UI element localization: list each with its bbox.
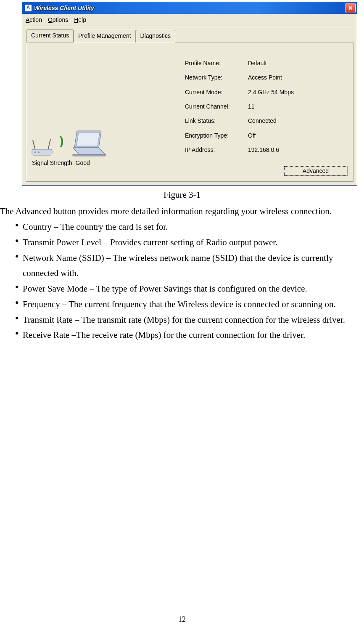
tab-panel-current-status: Profile Name: Default Network Type: Acce… <box>26 42 353 182</box>
figure-caption: Figure 3-1 <box>0 188 364 202</box>
value-link-status: Connected <box>248 116 324 125</box>
label-current-mode: Current Mode: <box>185 88 248 97</box>
tab-current-status[interactable]: Current Status <box>26 29 74 42</box>
value-profile-name: Default <box>248 58 324 68</box>
close-button[interactable]: ✕ <box>346 3 356 13</box>
tab-diagnostics[interactable]: Diagnostics <box>136 30 175 42</box>
signal-illustration: ) <box>30 129 107 157</box>
app-window: A Wireless Client Utility ✕ Action Optio… <box>22 2 357 186</box>
menu-help[interactable]: Help <box>74 15 86 24</box>
label-profile-name: Profile Name: <box>185 58 248 68</box>
router-icon <box>30 136 54 157</box>
label-network-type: Network Type: <box>185 73 248 82</box>
value-encryption-type: Off <box>248 131 324 140</box>
svg-line-0 <box>33 140 35 150</box>
label-current-channel: Current Channel: <box>185 102 248 111</box>
list-item: Frequency – The current frequency that t… <box>17 297 360 312</box>
svg-marker-6 <box>76 133 100 146</box>
value-current-channel: 11 <box>248 102 324 111</box>
app-icon: A <box>25 5 32 11</box>
svg-line-1 <box>48 139 50 150</box>
signal-wave-icon: ) <box>60 132 63 154</box>
signal-strength-label: Signal Strength: Good <box>32 158 90 167</box>
label-ip-address: IP Address: <box>185 145 248 154</box>
window-title: Wireless Client Utility <box>34 3 346 13</box>
list-item: Transmit Power Level – Provides current … <box>17 235 360 250</box>
list-item: Network Name (SSID) – The wireless netwo… <box>17 250 360 281</box>
value-network-type: Access Point <box>248 73 324 82</box>
label-encryption-type: Encryption Type: <box>185 131 248 140</box>
svg-marker-7 <box>73 148 106 154</box>
label-link-status: Link Status: <box>185 116 248 125</box>
list-item: Transmit Rate – The transmit rate (Mbps)… <box>17 312 360 328</box>
tab-profile-management[interactable]: Profile Management <box>74 30 135 42</box>
intro-paragraph: The Advanced button provides more detail… <box>0 204 362 219</box>
tabstrip: Current Status Profile Management Diagno… <box>26 29 353 42</box>
advanced-button[interactable]: Advanced <box>284 166 347 175</box>
close-icon: ✕ <box>348 3 353 13</box>
value-ip-address: 192.168.0.6 <box>248 145 324 154</box>
bullet-list: Country – The country the card is set fo… <box>0 219 364 343</box>
menu-options[interactable]: Options <box>48 15 68 24</box>
menubar: Action Options Help <box>22 14 357 26</box>
svg-point-4 <box>38 151 40 153</box>
status-grid: Profile Name: Default Network Type: Acce… <box>185 58 324 155</box>
list-item: Receive Rate –The receive rate (Mbps) fo… <box>17 327 360 343</box>
list-item: Power Save Mode – The type of Power Savi… <box>17 281 360 297</box>
laptop-icon <box>69 129 107 157</box>
titlebar[interactable]: A Wireless Client Utility ✕ <box>22 2 357 14</box>
menu-action[interactable]: Action <box>26 15 42 24</box>
value-current-mode: 2.4 GHz 54 Mbps <box>248 88 324 97</box>
list-item: Country – The country the card is set fo… <box>17 219 360 235</box>
svg-marker-8 <box>73 154 106 156</box>
svg-point-3 <box>34 151 36 153</box>
page-number: 12 <box>0 613 364 626</box>
